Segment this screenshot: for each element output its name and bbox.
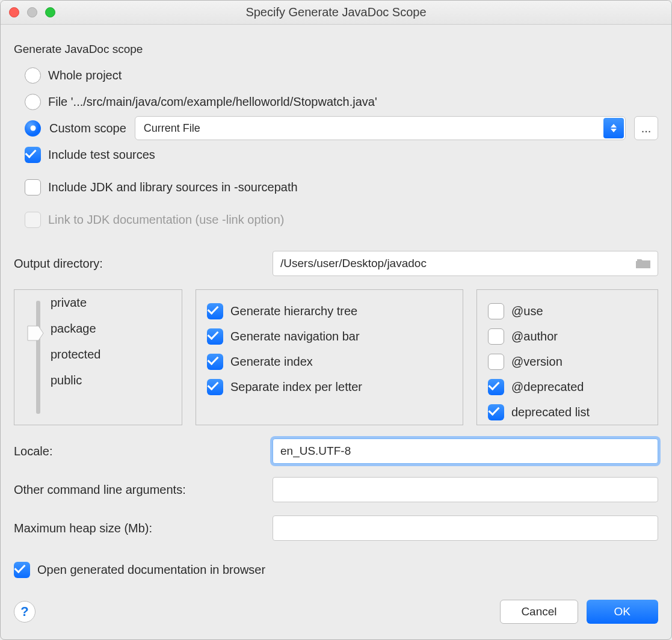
ellipsis-icon: ... [641,122,652,135]
checkbox-open-browser[interactable] [14,562,30,578]
label-gen-index: Generate index [230,355,313,369]
cancel-button[interactable]: Cancel [500,600,578,624]
window-title: Specify Generate JavaDoc Scope [1,5,671,19]
folder-icon[interactable] [636,257,652,269]
dialog-actions: Cancel OK [500,600,658,624]
heap-row: Maximum heap size (Mb): [14,515,658,541]
tags-panel: @use @author @version @deprecated deprec… [476,289,658,425]
checkbox-sep-index[interactable] [207,379,223,395]
locale-label: Locale: [14,445,260,458]
checkbox-include-test[interactable] [25,147,41,163]
row-sep-index[interactable]: Separate index per letter [207,374,452,399]
custom-scope-more-button[interactable]: ... [634,116,658,140]
row-tag-use[interactable]: @use [488,298,647,324]
row-tag-author[interactable]: @author [488,324,647,349]
checkbox-tag-deprecated[interactable] [488,379,504,395]
row-tag-deprecated[interactable]: @deprecated [488,374,647,399]
checkbox-tag-author[interactable] [488,328,504,345]
options-panels: private package protected public Generat… [14,289,658,425]
checkbox-tag-version[interactable] [488,354,504,370]
output-dir-row: Output directory: /Users/user/Desktop/ja… [14,251,658,276]
vis-private[interactable]: private [51,296,100,310]
radio-label-file: File '.../src/main/java/com/example/hell… [48,95,377,109]
row-include-jdk[interactable]: Include JDK and library sources in -sour… [25,174,658,200]
checkbox-tag-deprecated-list[interactable] [488,404,504,420]
other-args-row: Other command line arguments: [14,477,658,502]
scope-legend: Generate JavaDoc scope [14,43,150,56]
label-link-jdk: Link to JDK documentation (use -link opt… [48,213,284,227]
checkbox-gen-hierarchy[interactable] [207,303,223,319]
checkbox-gen-nav[interactable] [207,328,223,345]
radio-file[interactable] [25,94,41,110]
row-tag-deprecated-list[interactable]: deprecated list [488,399,647,425]
dialog-content: Generate JavaDoc scope Whole project Fil… [1,25,671,635]
output-dir-value: /Users/user/Desktop/javadoc [280,257,427,270]
heap-label: Maximum heap size (Mb): [14,522,260,535]
radio-row-custom[interactable]: Custom scope Current File ... [25,115,658,141]
label-sep-index: Separate index per letter [230,380,362,394]
dialog-footer: ? Cancel OK [14,600,658,624]
heap-input[interactable] [273,515,658,541]
row-link-jdk: Link to JDK documentation (use -link opt… [25,206,658,233]
custom-scope-value: Current File [144,122,200,135]
radio-whole-project[interactable] [25,67,41,84]
label-tag-deprecated: @deprecated [511,380,584,394]
locale-value: en_US.UTF-8 [280,445,351,458]
radio-custom-scope[interactable] [25,120,41,137]
radio-label-whole-project: Whole project [48,69,122,82]
generate-options-panel: Generate hierarchy tree Generate navigat… [196,289,463,425]
other-args-label: Other command line arguments: [14,483,260,497]
vis-public[interactable]: public [51,374,100,387]
chevron-updown-icon [603,118,624,138]
vis-package[interactable]: package [51,322,100,336]
label-gen-hierarchy: Generate hierarchy tree [230,304,357,318]
row-tag-version[interactable]: @version [488,349,647,374]
label-tag-author: @author [511,330,558,343]
label-tag-deprecated-list: deprecated list [511,405,590,419]
output-dir-input[interactable]: /Users/user/Desktop/javadoc [273,251,658,276]
label-tag-version: @version [511,355,563,369]
row-gen-index[interactable]: Generate index [207,349,452,374]
label-gen-nav: Generate navigation bar [230,330,360,343]
visibility-slider-track[interactable] [36,301,40,414]
help-icon: ? [20,604,28,620]
radio-row-file[interactable]: File '.../src/main/java/com/example/hell… [25,88,658,115]
checkbox-include-jdk[interactable] [25,179,41,195]
output-dir-label: Output directory: [14,257,260,271]
label-tag-use: @use [511,304,543,318]
custom-scope-select[interactable]: Current File [135,116,626,140]
help-button[interactable]: ? [14,601,35,623]
checkbox-link-jdk [25,212,41,228]
row-gen-hierarchy[interactable]: Generate hierarchy tree [207,298,452,324]
row-include-test[interactable]: Include test sources [25,141,658,168]
visibility-slider-thumb[interactable] [26,325,45,342]
visibility-labels: private package protected public [51,296,100,387]
visibility-panel: private package protected public [14,289,182,425]
locale-input[interactable]: en_US.UTF-8 [273,438,658,464]
vis-protected[interactable]: protected [51,348,100,362]
locale-row: Locale: en_US.UTF-8 [14,438,658,464]
checkbox-gen-index[interactable] [207,354,223,370]
ok-button[interactable]: OK [587,600,658,624]
checkbox-tag-use[interactable] [488,303,504,319]
row-open-browser[interactable]: Open generated documentation in browser [14,556,658,583]
other-args-input[interactable] [273,477,658,502]
label-include-jdk: Include JDK and library sources in -sour… [48,180,298,194]
row-gen-nav[interactable]: Generate navigation bar [207,324,452,349]
label-include-test: Include test sources [48,148,155,162]
titlebar: Specify Generate JavaDoc Scope [1,1,671,25]
radio-label-custom: Custom scope [49,122,126,135]
dialog-window: Specify Generate JavaDoc Scope Generate … [0,0,672,640]
label-open-browser: Open generated documentation in browser [37,563,265,577]
radio-row-whole-project[interactable]: Whole project [25,62,658,88]
scope-fieldset: Generate JavaDoc scope Whole project Fil… [14,51,658,233]
